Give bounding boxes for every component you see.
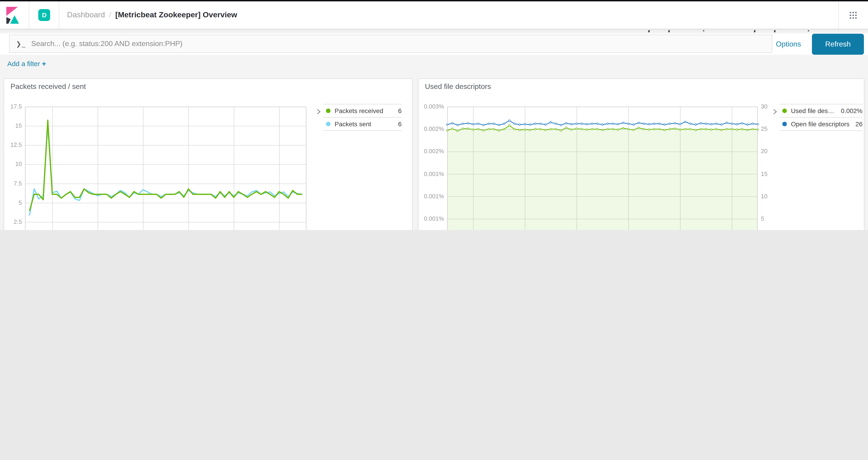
series-color-dot xyxy=(782,109,787,113)
kibana-logo[interactable] xyxy=(6,7,22,24)
breadcrumb: Dashboard / [Metricbeat Zookeeper] Overv… xyxy=(67,10,237,20)
refresh-button[interactable]: Refresh xyxy=(812,34,864,55)
y-axis-tick: 0.002% xyxy=(418,148,444,155)
legend-expand-chevron[interactable] xyxy=(315,108,322,116)
y-axis-tick: 0.001% xyxy=(418,193,444,200)
file-descriptors-chart: 0.003%0.002%0.002%0.001%0.001%0.001%0%30… xyxy=(418,79,864,230)
breadcrumb-separator: / xyxy=(109,10,111,20)
add-filter-label: Add a filter xyxy=(7,60,40,67)
y-axis-tick: 2.5 xyxy=(4,218,22,226)
search-input-wrapper[interactable]: ❯_ xyxy=(9,35,772,53)
legend-row[interactable]: Packets received 6 xyxy=(323,104,402,117)
legend-expand-chevron[interactable] xyxy=(771,108,779,116)
chevron-right-icon xyxy=(772,109,778,115)
y-axis-tick-right: 10 xyxy=(761,193,775,200)
header-divider xyxy=(838,1,839,29)
kibana-logo-icon xyxy=(6,7,22,24)
packets-chart: 17.51512.5107.552.5017:30:0017:35:0017:4… xyxy=(4,79,412,230)
legend-label: Packets received xyxy=(335,107,383,115)
chevron-right-icon xyxy=(316,109,321,115)
header-divider xyxy=(59,1,59,29)
legend-row[interactable]: Used file descri... 0.002% xyxy=(780,104,863,117)
panel-packets-received-sent: Packets received / sent 17.51512.5107.55… xyxy=(4,79,412,230)
series-color-dot xyxy=(782,122,787,126)
search-input[interactable] xyxy=(30,39,772,48)
clipped-text-fragment xyxy=(703,30,704,31)
y-axis-tick: 12.5 xyxy=(4,142,22,149)
y-axis-tick: 7.5 xyxy=(4,180,22,187)
app-header: D Dashboard / [Metricbeat Zookeeper] Ove… xyxy=(0,1,868,29)
chart-legend: Packets received 6 Packets sent 6 xyxy=(323,104,402,131)
header-divider xyxy=(29,1,29,29)
legend-value: 0.002% xyxy=(837,107,863,115)
legend-row[interactable]: Packets sent 6 xyxy=(323,117,402,130)
y-axis-tick: 17.5 xyxy=(4,103,22,110)
page-title: [Metricbeat Zookeeper] Overview xyxy=(115,10,237,20)
clipped-text-fragment xyxy=(668,30,670,32)
y-axis-tick-right: 15 xyxy=(761,170,775,178)
legend-value: 26 xyxy=(852,120,863,128)
y-axis-tick-right: 20 xyxy=(761,148,775,155)
y-axis-tick: 0.001% xyxy=(418,170,444,178)
chart-plot-svg xyxy=(447,107,758,230)
y-axis-tick: 0.002% xyxy=(418,125,444,133)
clipped-toolbar-strip xyxy=(0,29,868,34)
y-axis-tick-right: 5 xyxy=(761,215,775,222)
chart-plot-svg xyxy=(25,107,306,230)
query-bar: ❯_ Options Refresh xyxy=(0,34,868,55)
space-badge[interactable]: D xyxy=(38,9,50,21)
legend-label: Packets sent xyxy=(335,120,371,128)
series-color-dot xyxy=(326,109,331,113)
kibana-dashboard-app: D Dashboard / [Metricbeat Zookeeper] Ove… xyxy=(0,0,868,230)
y-axis-tick: 15 xyxy=(4,122,22,129)
legend-label: Used file descri... xyxy=(791,107,837,115)
y-axis-tick: 5 xyxy=(4,199,22,206)
panel-used-file-descriptors: Used file descriptors 0.003%0.002%0.002%… xyxy=(418,79,864,230)
legend-value: 6 xyxy=(394,107,402,115)
series-color-dot xyxy=(326,122,331,126)
clipped-text-fragment xyxy=(774,30,776,32)
legend-label: Open file descriptors xyxy=(791,120,849,128)
y-axis-tick: 10 xyxy=(4,161,22,168)
options-link[interactable]: Options xyxy=(776,34,801,55)
plus-icon: + xyxy=(42,60,46,67)
legend-row[interactable]: Open file descriptors 26 xyxy=(780,117,863,130)
chart-legend: Used file descri... 0.002% Open file des… xyxy=(780,104,863,131)
query-prompt-icon: ❯_ xyxy=(16,40,26,48)
clipped-text-fragment xyxy=(808,30,809,31)
header-right xyxy=(838,1,868,29)
breadcrumb-dashboard-link[interactable]: Dashboard xyxy=(67,10,105,20)
legend-value: 6 xyxy=(394,120,402,128)
clipped-text-fragment xyxy=(648,30,650,32)
y-axis-tick-right: 25 xyxy=(761,125,775,133)
y-axis-tick: 0.003% xyxy=(418,103,444,110)
clipped-text-fragment xyxy=(754,30,755,32)
apps-grid-icon[interactable] xyxy=(850,11,857,19)
y-axis-tick: 0.001% xyxy=(418,215,444,222)
add-filter-link[interactable]: Add a filter+ xyxy=(7,60,46,68)
